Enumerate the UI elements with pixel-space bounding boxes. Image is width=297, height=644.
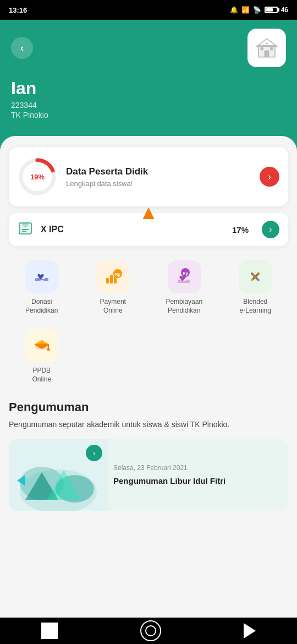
- ann-title: Pengumuman Libur Idul Fitri: [113, 475, 280, 487]
- status-time: 13:16: [9, 6, 27, 14]
- svg-rect-3: [261, 47, 263, 50]
- header-section: ‹ Ian 223344 TK Pinokio: [0, 20, 297, 152]
- user-name: Ian: [11, 78, 286, 99]
- menu-item-donasi[interactable]: DonasiPendidikan: [9, 257, 75, 318]
- ann-graphic-area: ›: [9, 439, 108, 511]
- class-name: X IPC: [41, 225, 224, 234]
- ppdb-icon: [25, 329, 58, 362]
- svg-point-22: [257, 272, 260, 275]
- dpd-card: 19% Data Peserta Didik Lengkapi data sis…: [9, 147, 288, 206]
- dpd-arrow-button[interactable]: ›: [260, 167, 279, 187]
- svg-rect-37: [46, 627, 53, 635]
- ppdb-label: PPDBOnline: [32, 367, 51, 384]
- announcement-card[interactable]: › Selasa, 23 Februari 2021 Pengumuman Li…: [9, 439, 288, 511]
- user-school: TK Pinokio: [11, 111, 286, 119]
- announcement-section-desc: Pengumuman seputar akademik untuk siswa …: [9, 419, 288, 430]
- svg-point-24: [257, 279, 260, 281]
- bottom-nav: [0, 618, 297, 644]
- back-button[interactable]: ‹: [11, 37, 33, 59]
- progress-circle: 19%: [18, 157, 57, 197]
- dpd-subtitle: Lengkapi data siswa!: [66, 179, 251, 188]
- svg-point-23: [251, 279, 253, 281]
- svg-rect-13: [110, 275, 113, 283]
- svg-rect-4: [270, 47, 273, 50]
- class-percent: 17%: [232, 225, 249, 234]
- ann-content: Selasa, 23 Februari 2021 Pengumuman Libu…: [108, 439, 288, 511]
- menu-item-pembiayaan[interactable]: Rp PembiayaanPendidikan: [151, 257, 217, 318]
- ann-date: Selasa, 23 Februari 2021: [113, 464, 280, 472]
- svg-point-21: [251, 272, 253, 275]
- content-area: 19% Data Peserta Didik Lengkapi data sis…: [0, 136, 297, 522]
- payment-icon: Rp: [96, 260, 129, 293]
- class-arrow-button[interactable]: ›: [262, 221, 279, 238]
- orange-arrow-pointer: ▲: [139, 201, 158, 224]
- donasi-label: DonasiPendidikan: [25, 298, 58, 315]
- school-icon: [255, 36, 279, 60]
- alarm-icon: 🔔: [230, 6, 238, 14]
- dpd-text: Data Peserta Didik Lengkapi data siswa!: [66, 166, 251, 188]
- svg-point-5: [266, 42, 268, 45]
- svg-text:Rp: Rp: [183, 271, 188, 276]
- svg-point-38: [146, 626, 156, 636]
- battery-icon: [265, 7, 278, 13]
- svg-point-29: [47, 348, 50, 351]
- nav-back-button[interactable]: [244, 623, 256, 638]
- svg-rect-2: [265, 50, 270, 57]
- signal-icon: 📶: [241, 6, 250, 14]
- status-bar: 13:16 🔔 📶 📡 46: [0, 0, 297, 20]
- donasi-icon: [25, 260, 58, 293]
- menu-item-ppdb[interactable]: PPDBOnline: [9, 326, 75, 387]
- wifi-icon: 📡: [253, 6, 261, 14]
- battery-label: 46: [281, 6, 288, 14]
- pembiayaan-icon: Rp: [168, 260, 201, 293]
- svg-text:Rp: Rp: [116, 272, 120, 277]
- pembiayaan-label: PembiayaanPendidikan: [166, 298, 202, 315]
- menu-item-blended[interactable]: Blendede-Learning: [223, 257, 289, 318]
- nav-circle-button[interactable]: [140, 620, 161, 641]
- svg-rect-12: [106, 278, 109, 283]
- blended-icon: [239, 260, 272, 293]
- menu-item-payment[interactable]: Rp PaymentOnline: [80, 257, 146, 318]
- progress-label: 19%: [30, 173, 45, 181]
- dpd-title: Data Peserta Didik: [66, 166, 251, 177]
- payment-label: PaymentOnline: [100, 298, 126, 315]
- status-icons: 🔔 📶 📡 46: [230, 6, 288, 14]
- announcement-section-title: Pengumuman: [9, 400, 288, 414]
- menu-grid: DonasiPendidikan Rp PaymentOnline: [9, 257, 288, 318]
- book-icon: [18, 221, 33, 238]
- menu-grid-2: PPDBOnline: [9, 326, 288, 387]
- school-icon-box: [248, 29, 286, 67]
- user-id: 223344: [11, 101, 286, 110]
- svg-rect-14: [114, 277, 117, 283]
- blended-label: Blendede-Learning: [240, 298, 271, 315]
- nav-square-button[interactable]: [41, 623, 58, 639]
